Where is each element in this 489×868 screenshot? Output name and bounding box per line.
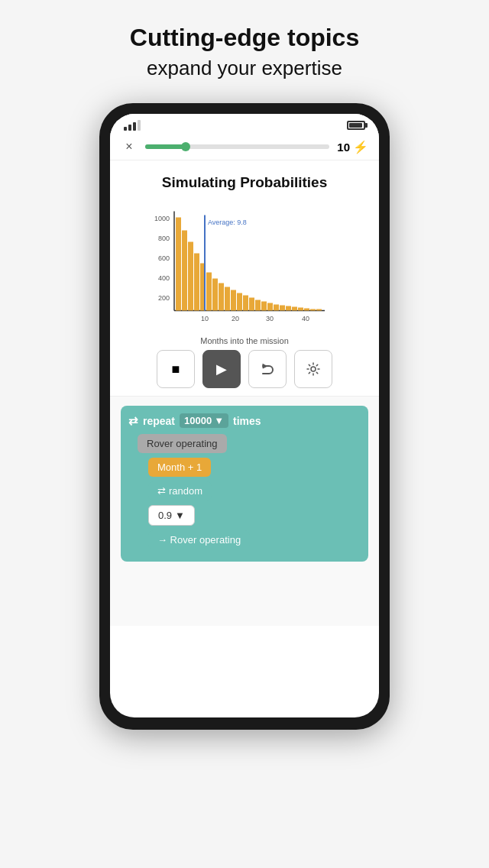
svg-rect-29 <box>274 305 279 311</box>
svg-rect-34 <box>304 309 309 311</box>
play-button[interactable]: ▶ <box>202 350 241 388</box>
code-area: ⇄ repeat 10000 ▼ times Rover operating <box>110 397 379 626</box>
svg-rect-16 <box>206 273 212 311</box>
month-plus-badge: Month + 1 <box>148 458 211 477</box>
stop-button[interactable]: ■ <box>157 350 195 388</box>
svg-rect-22 <box>231 290 236 311</box>
controls-bar: ■ ▶ <box>110 339 379 397</box>
repeat-icon: ⇄ <box>128 414 138 428</box>
svg-rect-32 <box>292 307 297 311</box>
svg-rect-28 <box>267 303 273 311</box>
battery-icon <box>347 121 365 130</box>
svg-rect-31 <box>286 306 291 311</box>
settings-button[interactable] <box>294 350 332 388</box>
chart-svg: 1000 800 600 400 200 10 20 30 40 <box>153 202 336 332</box>
svg-text:200: 200 <box>158 294 170 302</box>
arrow-rover-badge: → Rover operating <box>148 530 250 549</box>
close-button[interactable]: × <box>121 138 138 155</box>
svg-rect-21 <box>225 287 230 311</box>
signal-icon <box>124 120 141 131</box>
rover-operating-badge: Rover operating <box>138 434 227 453</box>
svg-rect-36 <box>316 309 322 311</box>
score-value: 10 <box>337 141 350 154</box>
lightning-icon: ⚡ <box>353 140 368 154</box>
top-bar: × 10 ⚡ <box>110 134 379 160</box>
svg-rect-12 <box>182 231 187 311</box>
content-area: Simulating Probabilities 1000 800 600 40… <box>110 160 379 339</box>
repeat-value-dropdown[interactable]: 10000 ▼ <box>180 413 228 428</box>
svg-rect-35 <box>310 309 316 311</box>
svg-rect-13 <box>188 242 193 311</box>
value-badge[interactable]: 0.9 ▼ <box>148 505 195 526</box>
repeat-label: repeat <box>143 415 175 427</box>
svg-text:30: 30 <box>266 315 274 322</box>
times-label: times <box>233 415 261 427</box>
replay-button[interactable] <box>248 350 287 388</box>
progress-fill <box>145 144 186 149</box>
progress-dot <box>181 142 190 151</box>
svg-text:20: 20 <box>232 315 239 322</box>
svg-rect-11 <box>176 218 181 311</box>
chart-title: Simulating Probabilities <box>124 174 365 191</box>
code-inner: Rover operating Month + 1 ⇄random <box>138 434 361 549</box>
phone-screen: × 10 ⚡ Simulating Probabilities 1000 <box>110 114 379 717</box>
value-row: 0.9 ▼ <box>148 505 361 526</box>
svg-rect-23 <box>237 293 242 311</box>
rover-operating-row: Rover operating <box>138 434 361 453</box>
svg-text:Average: 9.8: Average: 9.8 <box>208 219 247 226</box>
svg-text:40: 40 <box>302 315 309 322</box>
status-bar <box>110 114 379 134</box>
chart-container: 1000 800 600 400 200 10 20 30 40 <box>153 202 336 332</box>
svg-text:400: 400 <box>158 274 170 282</box>
svg-rect-19 <box>212 279 218 311</box>
svg-rect-24 <box>243 296 248 311</box>
month-plus-row: Month + 1 <box>148 458 361 477</box>
headline: Cutting-edge topics <box>130 23 359 52</box>
progress-bar <box>145 144 329 149</box>
arrow-rover-row: → Rover operating <box>148 530 361 549</box>
svg-text:1000: 1000 <box>154 215 170 222</box>
svg-rect-33 <box>298 308 303 311</box>
svg-text:10: 10 <box>201 315 209 322</box>
svg-text:600: 600 <box>158 254 170 262</box>
svg-rect-14 <box>194 254 199 311</box>
svg-point-37 <box>311 367 316 371</box>
svg-rect-27 <box>261 302 267 311</box>
svg-text:800: 800 <box>158 235 170 242</box>
phone-frame: × 10 ⚡ Simulating Probabilities 1000 <box>99 103 390 730</box>
score-area: 10 ⚡ <box>337 140 368 154</box>
subheadline: expand your expertise <box>147 57 342 80</box>
svg-rect-26 <box>255 300 261 311</box>
chart-xlabel: Months into the mission <box>153 336 336 345</box>
random-badge: ⇄random <box>148 481 212 500</box>
svg-rect-30 <box>280 306 285 311</box>
svg-rect-25 <box>249 298 254 311</box>
svg-rect-20 <box>219 283 224 311</box>
random-row: ⇄random <box>148 481 361 500</box>
repeat-block: ⇄ repeat 10000 ▼ times Rover operating <box>121 406 368 562</box>
